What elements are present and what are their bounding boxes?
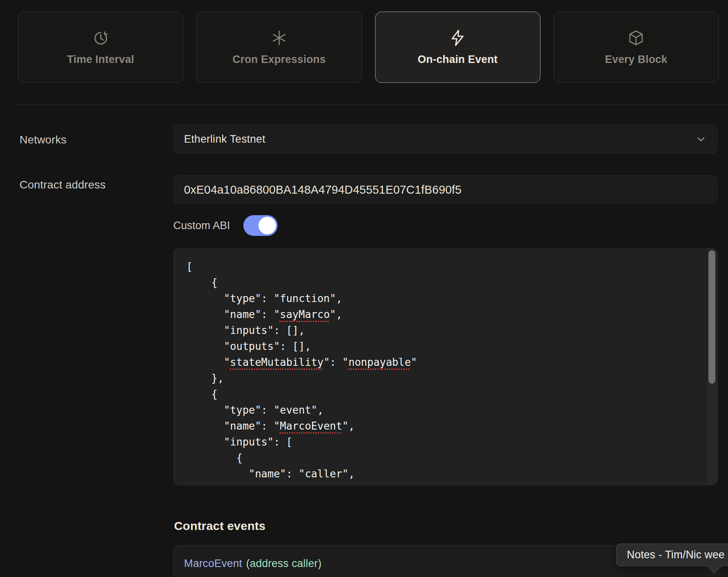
clock-history-icon	[92, 29, 110, 47]
networks-select[interactable]: Etherlink Testnet	[173, 125, 718, 153]
cube-icon	[627, 29, 645, 47]
trigger-type-selector: Time Interval Cron Expressions On-chain …	[18, 12, 719, 83]
custom-abi-label: Custom ABI	[173, 220, 230, 232]
custom-abi-toggle[interactable]	[243, 215, 278, 236]
contract-events-heading: Contract events	[174, 519, 266, 533]
trigger-card-label: Cron Expressions	[233, 53, 326, 66]
lightning-icon	[448, 29, 467, 47]
event-name: MarcoEvent	[184, 557, 242, 570]
toggle-knob	[258, 217, 276, 234]
custom-abi-row: Custom ABI	[173, 215, 278, 236]
editor-scrollbar-track[interactable]	[706, 248, 717, 485]
trigger-card-every-block[interactable]: Every Block	[554, 12, 719, 83]
trigger-card-label: Time Interval	[67, 53, 134, 66]
event-params: (address caller)	[246, 557, 321, 570]
networks-label: Networks	[20, 133, 163, 146]
abi-editor[interactable]: [ { "type": "function", "name": "sayMarc…	[173, 248, 718, 485]
trigger-card-label: Every Block	[605, 53, 667, 66]
trigger-card-cron-expressions[interactable]: Cron Expressions	[196, 12, 362, 83]
trigger-card-onchain-event[interactable]: On-chain Event	[375, 12, 540, 83]
notes-tooltip: Notes - Tim/Nic wee	[616, 544, 728, 566]
trigger-card-label: On-chain Event	[418, 53, 498, 66]
contract-address-label: Contract address	[20, 179, 163, 191]
networks-selected-value: Etherlink Testnet	[184, 133, 695, 145]
asterisk-icon	[270, 29, 288, 47]
trigger-card-time-interval[interactable]: Time Interval	[18, 12, 183, 83]
editor-scrollbar-thumb[interactable]	[708, 250, 715, 384]
contract-address-input[interactable]	[184, 183, 707, 196]
abi-editor-code[interactable]: [ { "type": "function", "name": "sayMarc…	[174, 248, 705, 485]
notes-tooltip-text: Notes - Tim/Nic wee	[627, 549, 724, 561]
section-divider	[18, 104, 728, 105]
contract-address-field	[173, 175, 718, 204]
chevron-down-icon	[695, 133, 707, 145]
